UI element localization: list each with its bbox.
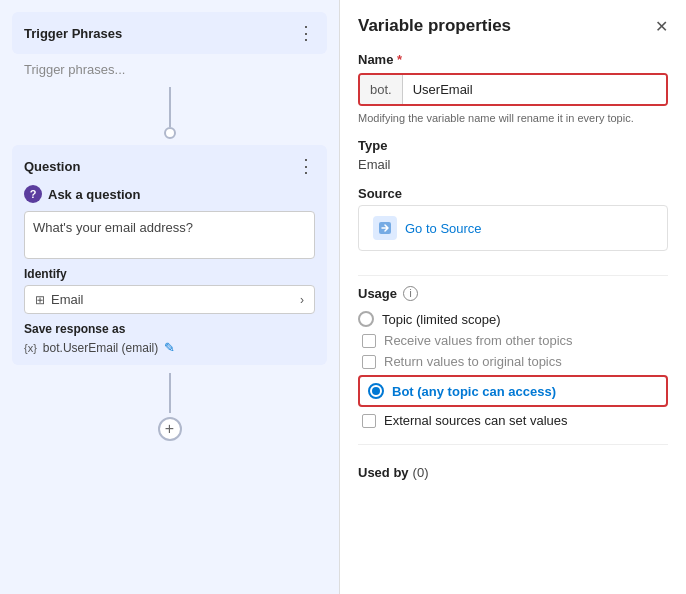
chevron-right-icon: ›: [300, 293, 304, 307]
question-card-title: Question: [24, 159, 80, 174]
go-to-source-button[interactable]: Go to Source: [358, 205, 668, 251]
trigger-phrases-card: Trigger Phrases ⋮: [12, 12, 327, 54]
name-label: Name *: [358, 52, 668, 67]
type-label: Type: [358, 138, 668, 153]
source-icon: [373, 216, 397, 240]
hint-text: Modifying the variable name will rename …: [358, 112, 668, 124]
used-by-row: Used by (0): [358, 465, 668, 480]
used-by-count: (0): [413, 465, 429, 480]
ask-label: Ask a question: [48, 187, 140, 202]
left-panel: Trigger Phrases ⋮ Trigger phrases... Que…: [0, 0, 340, 594]
receive-values-checkbox[interactable]: [362, 334, 376, 348]
ask-icon-label: ?: [30, 188, 37, 200]
usage-title: Usage: [358, 286, 397, 301]
question-card: Question ⋮ ? Ask a question What's your …: [12, 145, 327, 365]
external-sources-checkbox[interactable]: [362, 414, 376, 428]
grid-icon: ⊞: [35, 293, 45, 307]
ask-question-row: ? Ask a question: [24, 185, 315, 203]
source-label: Source: [358, 186, 668, 201]
external-sources-row: External sources can set values: [358, 413, 668, 428]
type-value: Email: [358, 157, 668, 172]
return-values-label: Return values to original topics: [384, 354, 562, 369]
receive-values-row: Receive values from other topics: [358, 333, 668, 348]
email-label: Email: [51, 292, 84, 307]
topic-radio-label: Topic (limited scope): [382, 312, 501, 327]
trigger-phrases-text: Trigger phrases...: [24, 62, 315, 77]
return-values-row: Return values to original topics: [358, 354, 668, 369]
required-star: *: [397, 52, 402, 67]
topic-radio-button[interactable]: [358, 311, 374, 327]
bot-radio-button[interactable]: [368, 383, 384, 399]
topic-radio-row[interactable]: Topic (limited scope): [358, 311, 668, 327]
right-panel: Variable properties ✕ Name * bot. Modify…: [340, 0, 686, 594]
ask-icon: ?: [24, 185, 42, 203]
question-menu-icon[interactable]: ⋮: [297, 155, 315, 177]
panel-header: Variable properties ✕: [358, 16, 668, 36]
panel-title: Variable properties: [358, 16, 511, 36]
variable-name-input[interactable]: [403, 75, 666, 104]
trigger-phrases-menu-icon[interactable]: ⋮: [297, 22, 315, 44]
email-dropdown-left: ⊞ Email: [35, 292, 84, 307]
edit-icon[interactable]: ✎: [164, 340, 175, 355]
source-section: Source Go to Source: [358, 186, 668, 251]
bot-radio-label: Bot (any topic can access): [392, 384, 556, 399]
info-icon[interactable]: i: [403, 286, 418, 301]
question-card-header: Question ⋮: [24, 155, 315, 177]
connector-bottom: +: [0, 365, 339, 449]
email-dropdown[interactable]: ⊞ Email ›: [24, 285, 315, 314]
plus-button[interactable]: +: [158, 417, 182, 441]
identify-label: Identify: [24, 267, 315, 281]
name-input-row[interactable]: bot.: [358, 73, 668, 106]
question-input-box[interactable]: What's your email address?: [24, 211, 315, 259]
divider: [358, 275, 668, 276]
question-text: What's your email address?: [33, 220, 193, 235]
line-top: [169, 87, 171, 127]
bot-prefix: bot.: [360, 75, 403, 104]
save-response-text: bot.UserEmail (email): [43, 341, 158, 355]
close-icon[interactable]: ✕: [655, 17, 668, 36]
connector-top: [0, 77, 339, 139]
node-circle: [164, 127, 176, 139]
external-sources-label: External sources can set values: [384, 413, 568, 428]
usage-header: Usage i: [358, 286, 668, 301]
save-response-label: Save response as: [24, 322, 315, 336]
go-to-source-text: Go to Source: [405, 221, 482, 236]
used-by-label: Used by: [358, 465, 409, 480]
divider-2: [358, 444, 668, 445]
variable-tag: {x}: [24, 342, 37, 354]
line-bottom: [169, 373, 171, 413]
bot-radio-row[interactable]: Bot (any topic can access): [358, 375, 668, 407]
return-values-checkbox[interactable]: [362, 355, 376, 369]
save-response-value: {x} bot.UserEmail (email) ✎: [24, 340, 315, 355]
trigger-phrases-title: Trigger Phrases: [24, 26, 122, 41]
receive-values-label: Receive values from other topics: [384, 333, 573, 348]
